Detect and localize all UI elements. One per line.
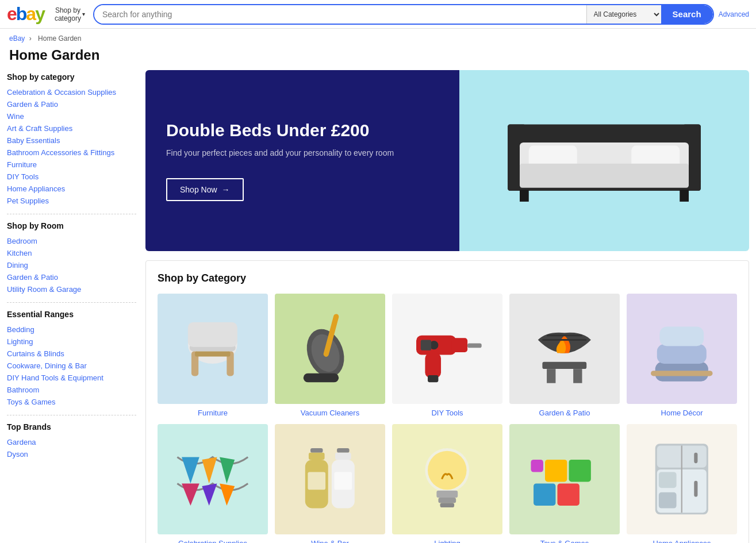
sidebar-item-bathroom[interactable]: Bathroom [7, 384, 136, 396]
svg-rect-25 [428, 375, 438, 382]
sidebar-item-dining[interactable]: Dining [7, 259, 136, 271]
sidebar-section4-title: Top Brands [7, 422, 136, 432]
category-img-garden [509, 294, 620, 404]
category-img-lighting [392, 424, 502, 534]
drill-icon [403, 305, 492, 393]
sidebar-item-lighting[interactable]: Lighting [7, 336, 136, 348]
category-label-lighting: Lighting [434, 539, 460, 543]
category-card-celebration[interactable]: Celebration Supplies [158, 424, 268, 543]
shop-now-button[interactable]: Shop Now → [166, 178, 244, 201]
page-title: Home Garden [0, 45, 756, 70]
lightbulb-icon [403, 435, 492, 523]
category-img-vacuum [275, 294, 385, 404]
svg-rect-54 [534, 484, 555, 506]
svg-rect-53 [440, 503, 455, 507]
sidebar-item-celebration[interactable]: Celebration & Occasion Supplies [7, 86, 136, 98]
category-card-wine[interactable]: Wine & Bar [275, 424, 385, 543]
category-card-lighting[interactable]: Lighting [392, 424, 502, 543]
svg-rect-20 [304, 373, 339, 382]
header: ebay Shop bycategory ▾ All Categories Se… [0, 0, 756, 29]
sidebar-item-dyson[interactable]: Dyson [7, 448, 136, 460]
sidebar-section2-title: Shop by Room [7, 221, 136, 230]
sidebar-item-kitchen[interactable]: Kitchen [7, 247, 136, 259]
category-card-home-decor[interactable]: Home Décor [627, 294, 737, 417]
pillows-icon [638, 305, 726, 393]
logo-a: a [26, 3, 35, 24]
svg-rect-64 [694, 481, 698, 497]
bunting-icon [168, 435, 257, 523]
main-content: Double Beds Under £200 Find your perfect… [145, 70, 749, 543]
svg-rect-29 [547, 369, 555, 383]
svg-rect-44 [337, 448, 350, 453]
sidebar-item-baby[interactable]: Baby Essentials [7, 134, 136, 147]
svg-rect-63 [694, 453, 698, 463]
category-card-appliances[interactable]: Home Appliances [627, 424, 737, 543]
sidebar-section1-title: Shop by category [7, 72, 136, 82]
shop-now-label: Shop Now [180, 185, 217, 194]
svg-rect-52 [439, 498, 456, 503]
sidebar-divider-1 [7, 214, 136, 214]
sidebar-item-home-appliances[interactable]: Home Appliances [7, 183, 136, 195]
sidebar-item-toys-games[interactable]: Toys & Games [7, 396, 136, 408]
vacuum-icon [286, 305, 374, 393]
category-card-garden[interactable]: Garden & Patio [509, 294, 620, 417]
sidebar-item-wine[interactable]: Wine [7, 110, 136, 122]
category-label-toys: Toys & Games [540, 539, 589, 543]
svg-rect-10 [680, 190, 689, 202]
sidebar-item-bedroom[interactable]: Bedroom [7, 235, 136, 247]
sidebar-item-diy-hand-tools[interactable]: DIY Hand Tools & Equipment [7, 372, 136, 384]
sidebar-item-garden-patio2[interactable]: Garden & Patio [7, 271, 136, 283]
category-card-toys[interactable]: Toys & Games [509, 424, 620, 543]
category-label-celebration: Celebration Supplies [178, 539, 247, 543]
sidebar-item-furniture[interactable]: Furniture [7, 159, 136, 171]
sidebar-item-pet-supplies[interactable]: Pet Supplies [7, 195, 136, 207]
svg-rect-41 [310, 448, 323, 453]
svg-rect-27 [421, 340, 431, 351]
category-img-furniture [158, 294, 268, 404]
sidebar-item-bedding[interactable]: Bedding [7, 324, 136, 336]
main-layout: Shop by category Celebration & Occasion … [0, 70, 756, 543]
svg-rect-30 [573, 369, 582, 383]
search-button[interactable]: Search [661, 5, 713, 24]
category-card-furniture[interactable]: Furniture [158, 294, 268, 417]
sidebar-item-cookware[interactable]: Cookware, Dining & Bar [7, 360, 136, 372]
toys-icon [520, 435, 609, 523]
sidebar-divider-3 [7, 415, 136, 415]
category-select[interactable]: All Categories [586, 5, 661, 24]
category-card-vacuum[interactable]: Vacuum Cleaners [275, 294, 385, 417]
svg-marker-38 [182, 484, 199, 506]
category-card-diy[interactable]: DIY Tools [392, 294, 502, 417]
svg-marker-40 [220, 484, 235, 506]
svg-marker-37 [220, 457, 235, 484]
advanced-link[interactable]: Advanced [719, 10, 749, 18]
shop-by-category-button[interactable]: Shop bycategory ▾ [51, 4, 89, 25]
svg-marker-35 [182, 457, 199, 484]
svg-rect-58 [531, 460, 544, 472]
sidebar-item-diy-tools[interactable]: DIY Tools [7, 171, 136, 183]
search-input[interactable] [94, 5, 586, 24]
logo-e: e [7, 3, 16, 24]
wine-icon [286, 435, 374, 523]
svg-rect-24 [467, 344, 482, 348]
sidebar-item-bathroom-acc[interactable]: Bathroom Accessories & Fittings [7, 147, 136, 159]
svg-rect-51 [437, 491, 458, 498]
category-label-home-decor: Home Décor [661, 409, 703, 417]
sidebar-item-art-craft[interactable]: Art & Craft Supplies [7, 122, 136, 134]
svg-rect-9 [520, 190, 529, 202]
sidebar-item-curtains[interactable]: Curtains & Blinds [7, 348, 136, 360]
svg-rect-42 [309, 453, 325, 460]
fire-pit-icon [520, 305, 609, 393]
breadcrumb-current: Home Garden [38, 34, 81, 43]
hero-left: Double Beds Under £200 Find your perfect… [145, 70, 459, 251]
chevron-down-icon: ▾ [82, 11, 85, 17]
category-img-appliances [627, 424, 737, 534]
sidebar-section3-title: Essential Ranges [7, 310, 136, 319]
sidebar-item-gardena[interactable]: Gardena [7, 436, 136, 448]
svg-rect-47 [308, 472, 326, 490]
sidebar-item-garden-patio[interactable]: Garden & Patio [7, 98, 136, 110]
arrow-right-icon: → [222, 185, 230, 194]
fridge-icon [638, 435, 726, 523]
svg-rect-56 [545, 460, 567, 482]
breadcrumb-ebay[interactable]: eBay [9, 34, 25, 43]
sidebar-item-utility-room[interactable]: Utility Room & Garage [7, 283, 136, 295]
